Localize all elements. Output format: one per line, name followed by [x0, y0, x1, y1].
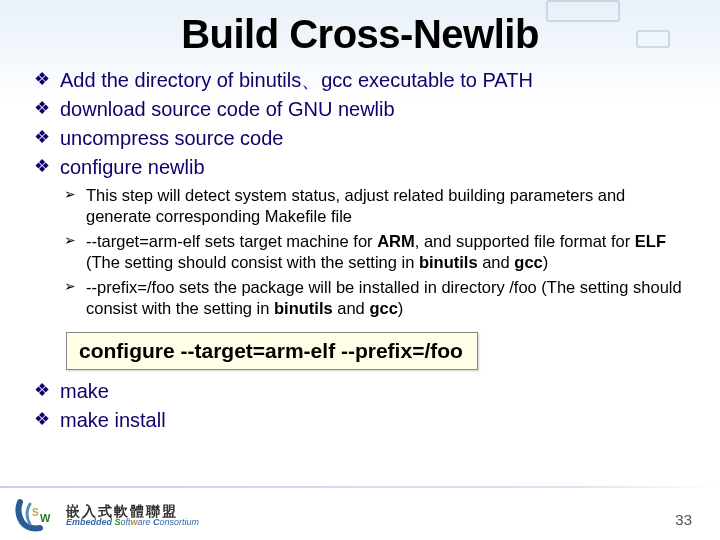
- list-item: make: [34, 378, 690, 405]
- list-item: Add the directory of binutils、gcc execut…: [34, 67, 690, 94]
- text: , and supported file format for: [415, 232, 635, 250]
- list-item: --prefix=/foo sets the package will be i…: [64, 277, 690, 320]
- page-number: 33: [675, 511, 706, 532]
- slide-title: Build Cross-Newlib: [30, 12, 690, 57]
- text: ): [543, 253, 549, 271]
- slide-content: Build Cross-Newlib Add the directory of …: [0, 0, 720, 434]
- bold-text: ARM: [377, 232, 415, 250]
- logo-en-text: Embedded Software Consortium: [66, 518, 199, 527]
- list-item: --target=arm-elf sets target machine for…: [64, 231, 690, 274]
- list-item: configure newlib: [34, 154, 690, 181]
- text: (The setting should consist with the set…: [86, 253, 419, 271]
- list-item: uncompress source code: [34, 125, 690, 152]
- command-box: configure --target=arm-elf --prefix=/foo: [66, 332, 478, 370]
- footer-logo: S W 嵌入式軟體聯盟 Embedded Software Consortium: [14, 498, 199, 532]
- sub-bullet-list: This step will detect system status, adj…: [30, 185, 690, 320]
- text: and: [478, 253, 515, 271]
- text: and: [333, 299, 370, 317]
- text: ): [398, 299, 404, 317]
- list-item: download source code of GNU newlib: [34, 96, 690, 123]
- slide-footer: S W 嵌入式軟體聯盟 Embedded Software Consortium…: [14, 498, 706, 532]
- svg-text:W: W: [40, 512, 51, 524]
- text: oft: [121, 517, 131, 527]
- text: are: [138, 517, 154, 527]
- bold-text: binutils: [419, 253, 478, 271]
- list-item: make install: [34, 407, 690, 434]
- logo-text: 嵌入式軟體聯盟 Embedded Software Consortium: [66, 504, 199, 527]
- bold-text: binutils: [274, 299, 333, 317]
- footer-divider: [0, 486, 720, 488]
- svg-text:S: S: [32, 507, 39, 518]
- bold-text: gcc: [514, 253, 542, 271]
- logo-cn-text: 嵌入式軟體聯盟: [66, 504, 199, 518]
- text: onsortium: [160, 517, 200, 527]
- logo-icon: S W: [14, 498, 58, 532]
- text: w: [131, 517, 138, 527]
- list-item: This step will detect system status, adj…: [64, 185, 690, 228]
- bullet-list-bottom: make make install: [30, 378, 690, 434]
- bold-text: gcc: [369, 299, 397, 317]
- bullet-list-top: Add the directory of binutils、gcc execut…: [30, 67, 690, 181]
- text: Embedded: [66, 517, 115, 527]
- bold-text: ELF: [635, 232, 666, 250]
- text: --target=arm-elf sets target machine for: [86, 232, 377, 250]
